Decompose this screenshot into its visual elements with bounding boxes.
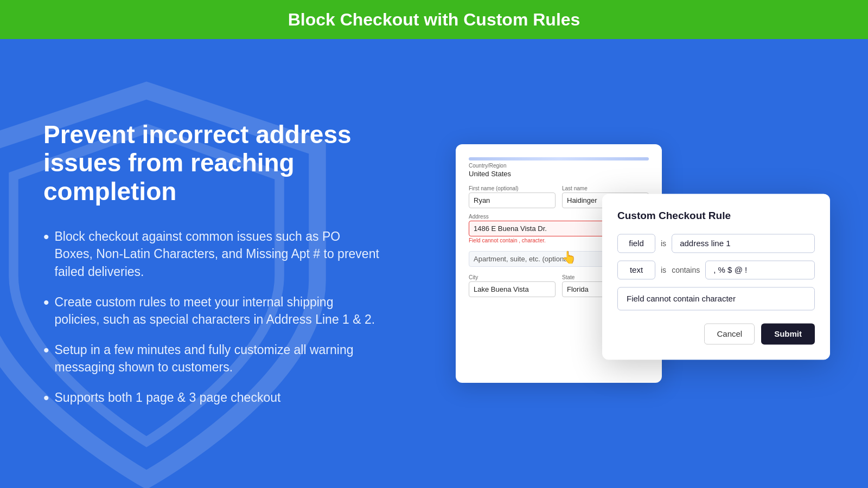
submit-button[interactable]: Submit: [761, 323, 815, 344]
rule-connector-2b: contains: [672, 266, 700, 274]
rule-field-1[interactable]: field: [617, 234, 655, 253]
first-name-input[interactable]: Ryan: [469, 192, 556, 208]
bullet-item-3: Setup in a few minutes and fully customi…: [43, 341, 380, 376]
first-name-label: First name (optional): [469, 185, 556, 191]
rule-field-2[interactable]: text: [617, 260, 655, 279]
bullet-item-1: Block checkout against common issues suc…: [43, 228, 380, 280]
country-value: United States: [469, 170, 649, 178]
bullet-list: Block checkout against common issues suc…: [43, 228, 380, 407]
page-title: Block Checkout with Custom Rules: [288, 10, 580, 30]
main-heading: Prevent incorrect address issues from re…: [43, 120, 380, 207]
country-section: Country/Region United States: [469, 163, 649, 178]
dialog-actions: Cancel Submit: [617, 323, 815, 344]
rule-connector-1: is: [661, 239, 666, 248]
bullet-item-4: Supports both 1 page & 3 page checkout: [43, 389, 380, 407]
rule-value-1[interactable]: address line 1: [672, 234, 815, 253]
rule-value-2[interactable]: , % $ @ !: [705, 260, 815, 279]
rule-dialog: Custom Checkout Rule field is address li…: [602, 194, 830, 359]
rule-row-2: text is contains , % $ @ !: [617, 260, 815, 279]
right-content: Country/Region United States First name …: [412, 39, 868, 488]
last-name-label: Last name: [562, 185, 649, 191]
dialog-title: Custom Checkout Rule: [617, 210, 815, 222]
country-label: Country/Region: [469, 163, 649, 169]
main-area: Prevent incorrect address issues from re…: [0, 39, 868, 488]
first-name-field: First name (optional) Ryan: [469, 185, 556, 208]
rule-connector-2a: is: [661, 266, 666, 274]
top-bar: Block Checkout with Custom Rules: [0, 0, 868, 39]
error-message-input[interactable]: Field cannot contain character: [617, 287, 815, 310]
city-field: City Lake Buena Vista: [469, 274, 556, 297]
left-content: Prevent incorrect address issues from re…: [0, 88, 412, 440]
card-accent: [469, 157, 649, 160]
bullet-item-2: Create custom rules to meet your interna…: [43, 293, 380, 328]
rule-row-1: field is address line 1: [617, 234, 815, 253]
cancel-button[interactable]: Cancel: [704, 323, 755, 344]
city-input[interactable]: Lake Buena Vista: [469, 281, 556, 297]
city-label: City: [469, 274, 556, 280]
